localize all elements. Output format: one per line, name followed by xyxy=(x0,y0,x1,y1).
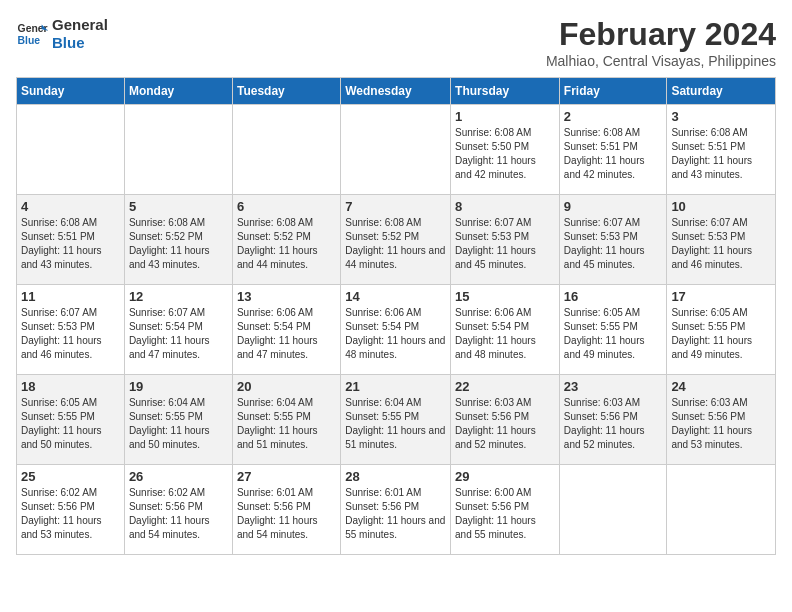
calendar-cell: 9Sunrise: 6:07 AMSunset: 5:53 PMDaylight… xyxy=(559,195,667,285)
calendar-cell: 25Sunrise: 6:02 AMSunset: 5:56 PMDayligh… xyxy=(17,465,125,555)
day-number: 8 xyxy=(455,199,555,214)
day-info: Sunrise: 6:07 AMSunset: 5:53 PMDaylight:… xyxy=(671,216,771,272)
svg-text:Blue: Blue xyxy=(18,35,41,46)
calendar-cell xyxy=(341,105,451,195)
day-number: 24 xyxy=(671,379,771,394)
day-number: 4 xyxy=(21,199,120,214)
day-number: 17 xyxy=(671,289,771,304)
day-info: Sunrise: 6:08 AMSunset: 5:52 PMDaylight:… xyxy=(237,216,336,272)
day-info: Sunrise: 6:02 AMSunset: 5:56 PMDaylight:… xyxy=(21,486,120,542)
week-row-5: 25Sunrise: 6:02 AMSunset: 5:56 PMDayligh… xyxy=(17,465,776,555)
day-info: Sunrise: 6:08 AMSunset: 5:52 PMDaylight:… xyxy=(345,216,446,272)
day-info: Sunrise: 6:08 AMSunset: 5:51 PMDaylight:… xyxy=(564,126,663,182)
calendar-cell: 21Sunrise: 6:04 AMSunset: 5:55 PMDayligh… xyxy=(341,375,451,465)
header: General Blue General Blue February 2024 … xyxy=(16,16,776,69)
day-number: 3 xyxy=(671,109,771,124)
header-row: SundayMondayTuesdayWednesdayThursdayFrid… xyxy=(17,78,776,105)
header-cell-thursday: Thursday xyxy=(451,78,560,105)
header-cell-wednesday: Wednesday xyxy=(341,78,451,105)
day-number: 11 xyxy=(21,289,120,304)
day-info: Sunrise: 6:04 AMSunset: 5:55 PMDaylight:… xyxy=(129,396,228,452)
calendar-cell: 10Sunrise: 6:07 AMSunset: 5:53 PMDayligh… xyxy=(667,195,776,285)
day-info: Sunrise: 6:06 AMSunset: 5:54 PMDaylight:… xyxy=(237,306,336,362)
calendar-cell: 2Sunrise: 6:08 AMSunset: 5:51 PMDaylight… xyxy=(559,105,667,195)
day-number: 6 xyxy=(237,199,336,214)
day-info: Sunrise: 6:07 AMSunset: 5:53 PMDaylight:… xyxy=(21,306,120,362)
day-info: Sunrise: 6:03 AMSunset: 5:56 PMDaylight:… xyxy=(455,396,555,452)
calendar-cell: 4Sunrise: 6:08 AMSunset: 5:51 PMDaylight… xyxy=(17,195,125,285)
calendar-cell: 6Sunrise: 6:08 AMSunset: 5:52 PMDaylight… xyxy=(232,195,340,285)
week-row-1: 1Sunrise: 6:08 AMSunset: 5:50 PMDaylight… xyxy=(17,105,776,195)
calendar-cell: 15Sunrise: 6:06 AMSunset: 5:54 PMDayligh… xyxy=(451,285,560,375)
day-number: 19 xyxy=(129,379,228,394)
calendar-cell xyxy=(124,105,232,195)
header-cell-tuesday: Tuesday xyxy=(232,78,340,105)
month-year: February 2024 xyxy=(546,16,776,53)
calendar-cell: 20Sunrise: 6:04 AMSunset: 5:55 PMDayligh… xyxy=(232,375,340,465)
logo: General Blue General Blue xyxy=(16,16,108,52)
calendar-cell: 14Sunrise: 6:06 AMSunset: 5:54 PMDayligh… xyxy=(341,285,451,375)
calendar-cell: 22Sunrise: 6:03 AMSunset: 5:56 PMDayligh… xyxy=(451,375,560,465)
day-info: Sunrise: 6:07 AMSunset: 5:53 PMDaylight:… xyxy=(564,216,663,272)
logo-icon: General Blue xyxy=(16,18,48,50)
calendar-cell: 19Sunrise: 6:04 AMSunset: 5:55 PMDayligh… xyxy=(124,375,232,465)
day-number: 22 xyxy=(455,379,555,394)
day-number: 28 xyxy=(345,469,446,484)
day-info: Sunrise: 6:05 AMSunset: 5:55 PMDaylight:… xyxy=(21,396,120,452)
day-info: Sunrise: 6:04 AMSunset: 5:55 PMDaylight:… xyxy=(237,396,336,452)
day-number: 10 xyxy=(671,199,771,214)
day-info: Sunrise: 6:00 AMSunset: 5:56 PMDaylight:… xyxy=(455,486,555,542)
calendar-cell: 29Sunrise: 6:00 AMSunset: 5:56 PMDayligh… xyxy=(451,465,560,555)
day-info: Sunrise: 6:07 AMSunset: 5:53 PMDaylight:… xyxy=(455,216,555,272)
day-info: Sunrise: 6:08 AMSunset: 5:52 PMDaylight:… xyxy=(129,216,228,272)
calendar-cell: 7Sunrise: 6:08 AMSunset: 5:52 PMDaylight… xyxy=(341,195,451,285)
day-number: 23 xyxy=(564,379,663,394)
calendar-cell: 24Sunrise: 6:03 AMSunset: 5:56 PMDayligh… xyxy=(667,375,776,465)
header-cell-sunday: Sunday xyxy=(17,78,125,105)
calendar-cell xyxy=(17,105,125,195)
day-number: 20 xyxy=(237,379,336,394)
week-row-2: 4Sunrise: 6:08 AMSunset: 5:51 PMDaylight… xyxy=(17,195,776,285)
day-number: 13 xyxy=(237,289,336,304)
day-number: 15 xyxy=(455,289,555,304)
header-cell-monday: Monday xyxy=(124,78,232,105)
day-info: Sunrise: 6:07 AMSunset: 5:54 PMDaylight:… xyxy=(129,306,228,362)
day-number: 21 xyxy=(345,379,446,394)
calendar-cell: 1Sunrise: 6:08 AMSunset: 5:50 PMDaylight… xyxy=(451,105,560,195)
day-number: 5 xyxy=(129,199,228,214)
day-number: 2 xyxy=(564,109,663,124)
title-area: February 2024 Malhiao, Central Visayas, … xyxy=(546,16,776,69)
logo-blue: Blue xyxy=(52,34,108,52)
location: Malhiao, Central Visayas, Philippines xyxy=(546,53,776,69)
day-number: 12 xyxy=(129,289,228,304)
day-info: Sunrise: 6:06 AMSunset: 5:54 PMDaylight:… xyxy=(455,306,555,362)
day-info: Sunrise: 6:08 AMSunset: 5:51 PMDaylight:… xyxy=(21,216,120,272)
day-info: Sunrise: 6:06 AMSunset: 5:54 PMDaylight:… xyxy=(345,306,446,362)
day-number: 16 xyxy=(564,289,663,304)
day-number: 25 xyxy=(21,469,120,484)
header-cell-saturday: Saturday xyxy=(667,78,776,105)
calendar-cell: 16Sunrise: 6:05 AMSunset: 5:55 PMDayligh… xyxy=(559,285,667,375)
day-number: 1 xyxy=(455,109,555,124)
calendar-cell: 23Sunrise: 6:03 AMSunset: 5:56 PMDayligh… xyxy=(559,375,667,465)
calendar-cell: 26Sunrise: 6:02 AMSunset: 5:56 PMDayligh… xyxy=(124,465,232,555)
day-number: 18 xyxy=(21,379,120,394)
calendar-cell: 5Sunrise: 6:08 AMSunset: 5:52 PMDaylight… xyxy=(124,195,232,285)
day-number: 27 xyxy=(237,469,336,484)
calendar-cell: 28Sunrise: 6:01 AMSunset: 5:56 PMDayligh… xyxy=(341,465,451,555)
day-info: Sunrise: 6:03 AMSunset: 5:56 PMDaylight:… xyxy=(671,396,771,452)
day-info: Sunrise: 6:01 AMSunset: 5:56 PMDaylight:… xyxy=(345,486,446,542)
calendar-cell xyxy=(559,465,667,555)
calendar-cell: 12Sunrise: 6:07 AMSunset: 5:54 PMDayligh… xyxy=(124,285,232,375)
calendar-cell: 17Sunrise: 6:05 AMSunset: 5:55 PMDayligh… xyxy=(667,285,776,375)
calendar-cell: 18Sunrise: 6:05 AMSunset: 5:55 PMDayligh… xyxy=(17,375,125,465)
day-info: Sunrise: 6:03 AMSunset: 5:56 PMDaylight:… xyxy=(564,396,663,452)
day-number: 14 xyxy=(345,289,446,304)
calendar-cell xyxy=(232,105,340,195)
day-number: 26 xyxy=(129,469,228,484)
day-info: Sunrise: 6:02 AMSunset: 5:56 PMDaylight:… xyxy=(129,486,228,542)
week-row-4: 18Sunrise: 6:05 AMSunset: 5:55 PMDayligh… xyxy=(17,375,776,465)
calendar-cell: 27Sunrise: 6:01 AMSunset: 5:56 PMDayligh… xyxy=(232,465,340,555)
calendar-table: SundayMondayTuesdayWednesdayThursdayFrid… xyxy=(16,77,776,555)
day-info: Sunrise: 6:01 AMSunset: 5:56 PMDaylight:… xyxy=(237,486,336,542)
